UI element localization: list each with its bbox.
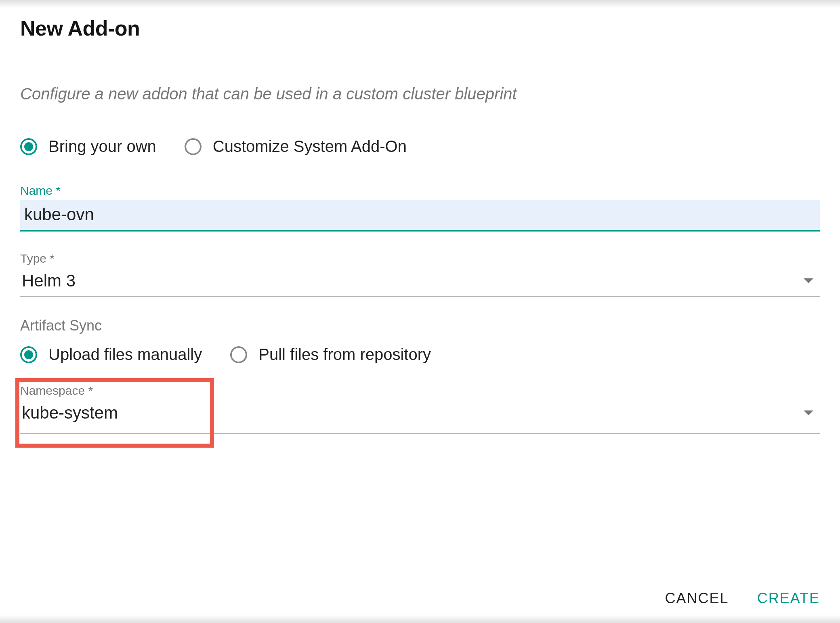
artifact-sync-section: Artifact Sync Upload files manually Pull… [20, 317, 820, 364]
page-title: New Add-on [20, 16, 820, 40]
radio-label: Bring your own [48, 137, 156, 156]
radio-icon [20, 138, 37, 155]
radio-icon [230, 346, 247, 363]
namespace-select[interactable]: kube-system [20, 400, 820, 434]
footer-actions: CANCEL CREATE [665, 590, 820, 607]
namespace-field-group: Namespace * kube-system [20, 384, 820, 434]
radio-label: Pull files from repository [258, 345, 431, 364]
name-field-label: Name * [20, 184, 820, 198]
addon-type-radio-group: Bring your own Customize System Add-On [20, 137, 820, 156]
name-field-group: Name * [20, 184, 820, 232]
radio-icon [185, 138, 202, 155]
chevron-down-icon [804, 410, 813, 415]
type-select-value: Helm 3 [22, 271, 76, 290]
type-field-label: Type * [20, 252, 820, 265]
cancel-button[interactable]: CANCEL [665, 590, 729, 607]
shadow-bottom [0, 615, 840, 623]
radio-pull-from-repository[interactable]: Pull files from repository [230, 345, 431, 364]
radio-customize-system-addon[interactable]: Customize System Add-On [185, 137, 407, 156]
type-field-group: Type * Helm 3 [20, 252, 820, 297]
radio-dot-icon [24, 350, 33, 359]
type-select[interactable]: Helm 3 [20, 268, 820, 297]
artifact-sync-radio-group: Upload files manually Pull files from re… [20, 345, 820, 364]
name-input[interactable] [20, 200, 820, 232]
artifact-sync-label: Artifact Sync [20, 317, 820, 334]
namespace-select-value: kube-system [22, 403, 118, 423]
page-subtitle: Configure a new addon that can be used i… [20, 85, 820, 103]
create-button[interactable]: CREATE [757, 590, 820, 607]
radio-label: Upload files manually [48, 345, 202, 364]
form-container: New Add-on Configure a new addon that ca… [0, 0, 840, 466]
radio-dot-icon [24, 142, 33, 151]
radio-upload-manually[interactable]: Upload files manually [20, 345, 202, 364]
radio-icon [20, 346, 37, 363]
namespace-field-label: Namespace * [20, 384, 820, 398]
radio-bring-your-own[interactable]: Bring your own [20, 137, 156, 156]
chevron-down-icon [804, 278, 813, 283]
radio-label: Customize System Add-On [213, 137, 407, 156]
